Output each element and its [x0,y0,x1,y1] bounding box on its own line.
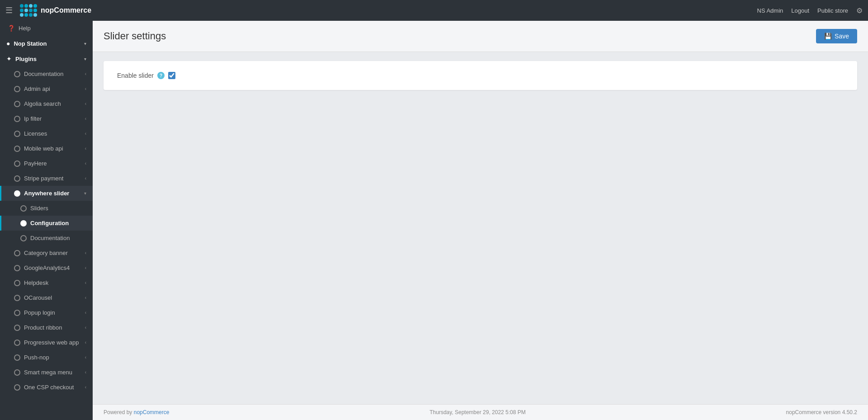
sidebar-label-licenses: Licenses [24,130,85,137]
powered-by-text: Powered by [104,409,134,415]
powered-by-link[interactable]: nopCommerce [134,409,170,415]
sidebar-item-documentation2[interactable]: Documentation [0,231,93,245]
plugins-arrow-icon: ▾ [84,57,86,61]
sidebar-label-helpdesk: Helpdesk [24,279,85,286]
sidebar-item-stripe-payment[interactable]: Stripe payment ‹ [0,171,93,186]
enable-slider-label: Enable slider [117,72,154,79]
sidebar-label-product-ribbon: Product ribbon [24,324,85,331]
one-csp-checkout-arrow-icon: ‹ [85,385,86,390]
sidebar-label-nop-station: Nop Station [14,40,84,47]
progressive-web-app-icon [14,340,20,346]
save-button[interactable]: 💾 Save [816,29,857,43]
admin-api-arrow-icon: ‹ [85,86,86,91]
sidebar-item-anywhere-slider[interactable]: Anywhere slider ▾ [0,186,93,201]
sidebar-item-mobile-web-api[interactable]: Mobile web api ‹ [0,141,93,156]
help-icon: ❓ [8,25,15,32]
logo-text: nopCommerce [41,6,91,14]
sidebar-label-algolia-search: Algolia search [24,100,85,107]
sidebar-item-nop-station[interactable]: ● Nop Station ▾ [0,36,93,51]
popup-login-icon [14,310,20,316]
sidebar-item-helpdesk[interactable]: Helpdesk ‹ [0,275,93,290]
documentation1-arrow-icon: ‹ [85,71,86,76]
ip-filter-arrow-icon: ‹ [85,116,86,121]
sidebar-item-product-ribbon[interactable]: Product ribbon ‹ [0,320,93,335]
sidebar-item-category-banner[interactable]: Category banner ‹ [0,245,93,260]
sidebar-label-help: Help [19,25,86,32]
ns-admin-link[interactable]: NS Admin [757,7,783,14]
sidebar-label-smart-mega-menu: Smart mega menu [24,369,85,376]
sidebar-item-sliders[interactable]: Sliders [0,201,93,216]
sidebar-item-one-csp-checkout[interactable]: One CSP checkout ‹ [0,380,93,395]
stripe-payment-icon [14,175,20,182]
progressive-web-app-arrow-icon: ‹ [85,340,86,345]
sidebar-label-one-csp-checkout: One CSP checkout [24,384,85,391]
sidebar-item-ip-filter[interactable]: Ip filter ‹ [0,111,93,126]
help-tooltip-icon[interactable]: ? [157,72,165,79]
algolia-search-icon [14,101,20,107]
sidebar-label-ocarousel: OCarousel [24,294,85,301]
page-title: Slider settings [104,30,166,42]
sidebar-label-progressive-web-app: Progressive web app [24,339,85,346]
admin-api-icon [14,86,20,92]
sidebar-item-ocarousel[interactable]: OCarousel ‹ [0,290,93,305]
mobile-web-api-icon [14,146,20,152]
ocarousel-icon [14,295,20,301]
stripe-payment-arrow-icon: ‹ [85,176,86,181]
documentation2-icon [20,235,27,241]
page-header: Slider settings 💾 Save [93,21,868,52]
sidebar-label-documentation1: Documentation [24,71,85,77]
public-store-link[interactable]: Public store [817,7,848,14]
algolia-search-arrow-icon: ‹ [85,101,86,106]
sidebar-label-popup-login: Popup login [24,309,85,316]
page-body: Enable slider ? [93,52,868,404]
sidebar-item-admin-api[interactable]: Admin api ‹ [0,81,93,96]
sidebar-label-anywhere-slider: Anywhere slider [24,190,84,197]
footer-datetime: Thursday, September 29, 2022 5:08 PM [429,409,526,415]
sidebar-item-algolia-search[interactable]: Algolia search ‹ [0,96,93,111]
logo-area: nopCommerce [20,4,757,17]
plugins-icon: ✦ [6,55,12,62]
sidebar-item-configuration[interactable]: Configuration [0,216,93,231]
sidebar-item-smart-mega-menu[interactable]: Smart mega menu ‹ [0,365,93,380]
top-nav: ☰ nopCommerce NS Admin Logout Public sto… [0,0,868,21]
sidebar-item-help[interactable]: ❓ Help [0,21,93,36]
sidebar-label-google-analytics4: GoogleAnalytics4 [24,264,85,271]
sidebar-item-progressive-web-app[interactable]: Progressive web app ‹ [0,335,93,350]
sidebar-label-documentation2: Documentation [30,235,86,241]
sidebar-item-documentation1[interactable]: Documentation ‹ [0,66,93,81]
footer-powered-by: Powered by nopCommerce [104,409,169,415]
sidebar-label-mobile-web-api: Mobile web api [24,145,85,152]
sidebar-label-admin-api: Admin api [24,85,85,92]
sidebar-label-plugins: Plugins [15,56,84,62]
product-ribbon-arrow-icon: ‹ [85,325,86,330]
sidebar-label-payhere: PayHere [24,160,85,167]
sidebar-label-sliders: Sliders [30,205,86,212]
google-analytics4-icon [14,265,20,271]
footer-version: nopCommerce version 4.50.2 [786,409,857,415]
payhere-arrow-icon: ‹ [85,161,86,166]
sidebar-item-payhere[interactable]: PayHere ‹ [0,156,93,171]
save-label: Save [835,33,849,40]
sidebar-label-stripe-payment: Stripe payment [24,175,85,182]
settings-card: Enable slider ? [104,61,857,90]
sidebar-item-google-analytics4[interactable]: GoogleAnalytics4 ‹ [0,260,93,275]
one-csp-checkout-icon [14,384,20,391]
sidebar-item-popup-login[interactable]: Popup login ‹ [0,305,93,320]
sidebar-item-licenses[interactable]: Licenses ‹ [0,126,93,141]
licenses-icon [14,131,20,137]
nop-station-icon: ● [6,40,10,47]
gear-icon[interactable]: ⚙ [856,6,863,15]
enable-slider-checkbox[interactable] [168,72,175,79]
popup-login-arrow-icon: ‹ [85,310,86,315]
smart-mega-menu-icon [14,369,20,376]
category-banner-icon [14,250,20,256]
ip-filter-icon [14,116,20,122]
logout-link[interactable]: Logout [791,7,809,14]
sidebar: ❓ Help ● Nop Station ▾ ✦ Plugins ▾ Docum… [0,21,93,420]
enable-slider-row: Enable slider ? [117,72,844,79]
sidebar-item-plugins[interactable]: ✦ Plugins ▾ [0,51,93,66]
payhere-icon [14,160,20,167]
hamburger-icon[interactable]: ☰ [5,5,13,15]
sidebar-item-push-nop[interactable]: Push-nop ‹ [0,350,93,365]
category-banner-arrow-icon: ‹ [85,250,86,255]
